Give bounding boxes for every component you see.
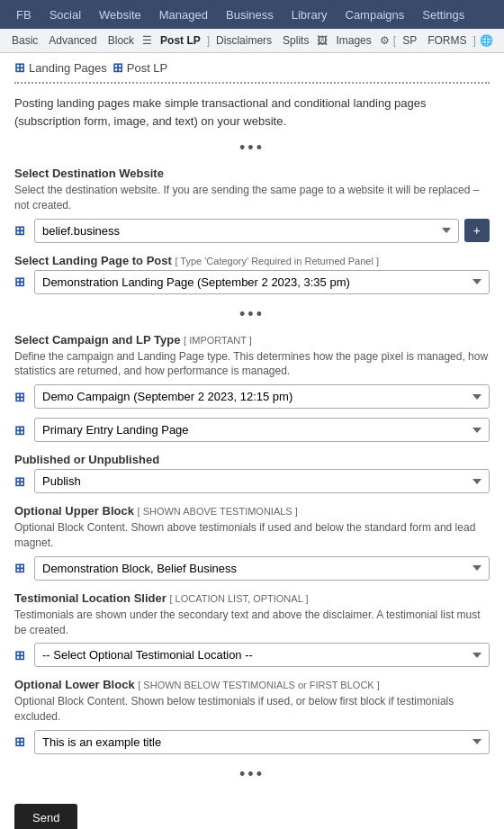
nav-library[interactable]: Library xyxy=(283,0,337,29)
send-button[interactable]: Send xyxy=(14,804,77,829)
main-content: Posting landing pages make simple transa… xyxy=(0,91,504,829)
publish-row: ⊞ Publish Unpublished xyxy=(14,469,490,493)
subnav-sep2: [ xyxy=(393,34,396,47)
ellipsis-menu-1[interactable]: ••• xyxy=(14,139,490,158)
lower-block-row: ⊞ This is an example title xyxy=(14,730,490,754)
nav-campaigns[interactable]: Campaigns xyxy=(337,0,414,29)
testimonial-desc: Testimonials are shown under the seconda… xyxy=(14,608,490,638)
breadcrumb-landing-pages[interactable]: ⊞ Landing Pages xyxy=(14,60,107,75)
intro-text: Posting landing pages make simple transa… xyxy=(14,95,490,130)
campaign-select-row-1: ⊞ Demo Campaign (September 2 2023, 12:15… xyxy=(14,384,490,409)
publish-select[interactable]: Publish Unpublished xyxy=(34,469,490,493)
subnav-disclaimers[interactable]: Disclaimers xyxy=(212,32,276,49)
campaign-select-row-2: ⊞ Primary Entry Landing Page xyxy=(14,418,490,442)
destination-website-section: Select Destination Website Select the de… xyxy=(14,167,490,243)
breadcrumb-post-lp[interactable]: ⊞ Post LP xyxy=(112,60,168,75)
destination-website-select[interactable]: belief.business xyxy=(34,219,459,243)
subnav-basic[interactable]: Basic xyxy=(7,32,42,49)
destination-website-row: ⊞ belief.business + xyxy=(14,219,490,243)
breadcrumb-post-lp-label: Post LP xyxy=(127,61,168,75)
breadcrumb-landing-pages-label: Landing Pages xyxy=(29,61,107,75)
subnav-advanced[interactable]: Advanced xyxy=(44,32,101,49)
top-navigation: FB Social Website Managed Business Libra… xyxy=(0,0,504,29)
testimonial-title: Testimonial Location Slider [ LOCATION L… xyxy=(14,591,490,605)
ellipsis-menu-2[interactable]: ••• xyxy=(14,305,490,324)
campaign-select[interactable]: Demo Campaign (September 2 2023, 12:15 p… xyxy=(34,384,490,409)
ellipsis-menu-3[interactable]: ••• xyxy=(14,765,490,784)
lower-block-section: Optional Lower Block [ SHOWN BELOW TESTI… xyxy=(14,678,490,754)
subnav-splits[interactable]: Splits xyxy=(278,32,313,49)
nav-website[interactable]: Website xyxy=(90,0,150,29)
lower-block-plus-icon[interactable]: ⊞ xyxy=(14,734,29,749)
publish-plus-icon[interactable]: ⊞ xyxy=(14,474,29,489)
dotted-divider xyxy=(14,82,490,84)
campaign-plus-icon-1[interactable]: ⊞ xyxy=(14,390,29,404)
lower-block-select[interactable]: This is an example title xyxy=(34,730,490,754)
upper-block-desc: Optional Block Content. Shown above test… xyxy=(14,520,490,551)
campaign-title: Select Campaign and LP Type [ IMPORTANT … xyxy=(14,333,490,347)
subnav-sep3: ] xyxy=(473,34,476,47)
campaign-desc: Define the campaign and Landing Page typ… xyxy=(14,349,490,380)
upper-block-section: Optional Upper Block [ SHOWN ABOVE TESTI… xyxy=(14,504,490,581)
campaign-plus-icon-2[interactable]: ⊞ xyxy=(14,423,29,437)
breadcrumb: ⊞ Landing Pages ⊞ Post LP xyxy=(0,53,504,78)
upper-block-row: ⊞ Demonstration Block, Belief Business xyxy=(14,556,490,581)
testimonial-section: Testimonial Location Slider [ LOCATION L… xyxy=(14,591,490,668)
sub-navigation: Basic Advanced Block ☰ Post LP ] Disclai… xyxy=(0,29,504,53)
subnav-forms[interactable]: FORMS xyxy=(423,32,471,49)
list-icon: ☰ xyxy=(142,34,152,47)
lower-block-title: Optional Lower Block [ SHOWN BELOW TESTI… xyxy=(14,678,490,691)
gear-icon[interactable]: ⚙ xyxy=(380,34,390,47)
subnav-images[interactable]: Images xyxy=(331,32,375,49)
testimonial-row: ⊞ -- Select Optional Testimonial Locatio… xyxy=(14,643,490,667)
testimonial-select[interactable]: -- Select Optional Testimonial Location … xyxy=(34,643,490,667)
subnav-sep1: ] xyxy=(207,34,210,47)
destination-website-desc: Select the destination website. If you a… xyxy=(14,183,490,213)
nav-fb[interactable]: FB xyxy=(7,0,40,29)
nav-social[interactable]: Social xyxy=(40,0,90,29)
breadcrumb-post-lp-plus-icon[interactable]: ⊞ xyxy=(112,60,123,75)
destination-website-title: Select Destination Website xyxy=(14,167,490,180)
nav-business[interactable]: Business xyxy=(217,0,283,29)
landing-page-title: Select Landing Page to Post [ Type 'Cate… xyxy=(14,254,490,267)
globe-icon[interactable]: 🌐 xyxy=(480,34,493,47)
campaign-section: Select Campaign and LP Type [ IMPORTANT … xyxy=(14,333,490,443)
testimonial-plus-icon[interactable]: ⊞ xyxy=(14,648,29,662)
destination-website-plus-icon[interactable]: ⊞ xyxy=(14,223,29,238)
landing-page-row: ⊞ Demonstration Landing Page (September … xyxy=(14,270,490,294)
landing-page-plus-icon[interactable]: ⊞ xyxy=(14,275,29,289)
lp-type-select[interactable]: Primary Entry Landing Page xyxy=(34,418,490,442)
image-icon: 🖼 xyxy=(317,34,328,47)
nav-managed[interactable]: Managed xyxy=(150,0,217,29)
subnav-post-lp[interactable]: Post LP xyxy=(156,32,205,49)
publish-section: Published or Unpublished ⊞ Publish Unpub… xyxy=(14,453,490,493)
upper-block-select[interactable]: Demonstration Block, Belief Business xyxy=(34,556,490,581)
add-destination-button[interactable]: + xyxy=(464,219,490,242)
upper-block-title: Optional Upper Block [ SHOWN ABOVE TESTI… xyxy=(14,504,490,518)
upper-block-plus-icon[interactable]: ⊞ xyxy=(14,561,29,575)
breadcrumb-plus-icon[interactable]: ⊞ xyxy=(14,60,25,75)
nav-settings[interactable]: Settings xyxy=(413,0,473,29)
landing-page-select[interactable]: Demonstration Landing Page (September 2 … xyxy=(34,270,490,294)
subnav-sp[interactable]: SP xyxy=(398,32,421,49)
lower-block-desc: Optional Block Content. Shown below test… xyxy=(14,694,490,725)
landing-page-section: Select Landing Page to Post [ Type 'Cate… xyxy=(14,254,490,294)
publish-title: Published or Unpublished xyxy=(14,453,490,466)
subnav-block[interactable]: Block xyxy=(104,32,139,49)
